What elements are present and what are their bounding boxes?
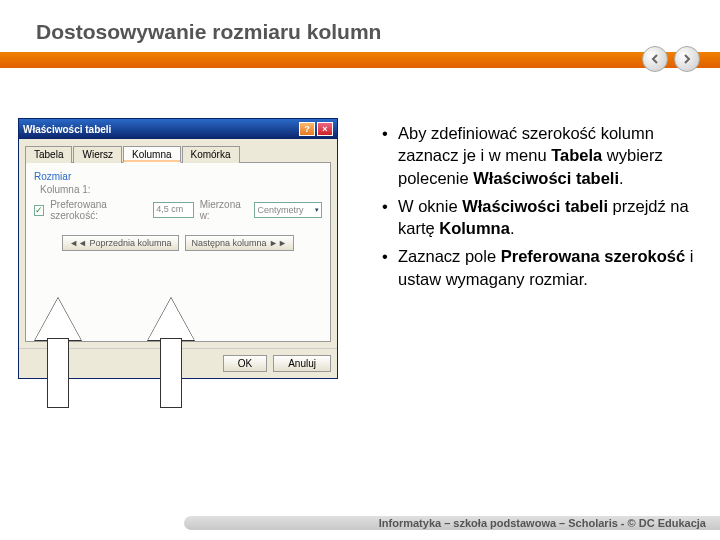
content-area: Właściwości tabeli ? × Tabela Wiersz Kol… (0, 100, 720, 500)
prev-slide-button[interactable] (642, 46, 668, 72)
tab-kolumna[interactable]: Kolumna (123, 146, 180, 163)
cancel-button[interactable]: Anuluj (273, 355, 331, 372)
next-slide-button[interactable] (674, 46, 700, 72)
dialog-title: Właściwości tabeli (23, 124, 111, 135)
list-item: W oknie Właściwości tabeli przejdź na ka… (378, 195, 694, 240)
measure-combo[interactable]: Centymetry (254, 202, 322, 218)
dialog-tabs: Tabela Wiersz Kolumna Komórka (25, 146, 331, 163)
slide: Dostosowywanie rozmiaru kolumn Właściwoś… (0, 0, 720, 540)
instruction-list: Aby zdefiniować szerokość kolumn zaznacz… (378, 122, 694, 296)
ok-button[interactable]: OK (223, 355, 267, 372)
footer-text: Informatyka – szkoła podstawowa – Schola… (379, 517, 706, 529)
next-column-button[interactable]: Następna kolumna ►► (185, 235, 294, 251)
tab-wiersz[interactable]: Wiersz (73, 146, 122, 163)
pref-width-checkbox[interactable] (34, 205, 44, 216)
list-item: Zaznacz pole Preferowana szerokość i ust… (378, 245, 694, 290)
tab-komorka[interactable]: Komórka (182, 146, 240, 163)
group-rozmiar: Rozmiar (34, 171, 322, 182)
slide-nav (642, 46, 700, 72)
prev-column-button[interactable]: ◄◄ Poprzednia kolumna (62, 235, 178, 251)
tab-tabela[interactable]: Tabela (25, 146, 72, 163)
column-indicator: Kolumna 1: (40, 184, 322, 195)
callout-arrow-1 (35, 298, 81, 408)
footer: Informatyka – szkoła podstawowa – Schola… (0, 512, 720, 540)
dialog-titlebar: Właściwości tabeli ? × (19, 119, 337, 139)
help-button[interactable]: ? (299, 122, 315, 136)
list-item: Aby zdefiniować szerokość kolumn zaznacz… (378, 122, 694, 189)
pref-width-input[interactable]: 4,5 cm (153, 202, 193, 218)
title-bar: Dostosowywanie rozmiaru kolumn (0, 0, 720, 52)
callout-arrow-2 (148, 298, 194, 408)
measure-label: Mierzona w: (200, 199, 249, 221)
accent-band (0, 52, 720, 68)
slide-title: Dostosowywanie rozmiaru kolumn (36, 20, 720, 44)
pref-width-label: Preferowana szerokość: (50, 199, 147, 221)
close-button[interactable]: × (317, 122, 333, 136)
